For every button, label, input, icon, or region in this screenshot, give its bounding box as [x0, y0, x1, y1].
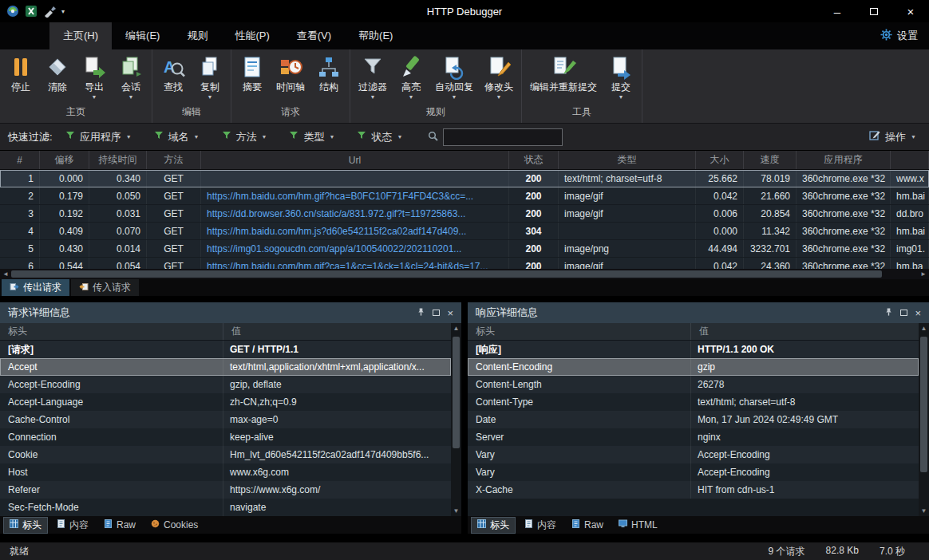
menu-tab-edit[interactable]: 编辑(E)	[112, 22, 173, 49]
request-vertical-scrollbar[interactable]: ▲ ▼	[451, 323, 461, 516]
tab-content[interactable]: 内容	[518, 517, 563, 534]
copy-button[interactable]: 复制 ▼	[192, 53, 228, 101]
header-row[interactable]: [请求]GET / HTTP/1.1	[0, 341, 451, 358]
header-row[interactable]: Accept-Languagezh-CN,zh;q=0.9	[0, 393, 451, 411]
filter-button[interactable]: 过滤器 ▼	[353, 53, 393, 101]
column-header-name[interactable]: 标头	[0, 323, 223, 340]
column-header-duration[interactable]: 持续时间	[89, 151, 147, 169]
menu-tab-rules[interactable]: 规则	[173, 22, 221, 49]
header-row[interactable]: DateMon, 17 Jun 2024 02:49:49 GMT	[468, 411, 919, 428]
submit-button[interactable]: 提交 ▼	[603, 53, 639, 101]
request-row-6[interactable]: 6 0.544 0.054 GET https://hm.baidu.com/h…	[0, 258, 929, 269]
request-row-1[interactable]: 1 0.000 0.340 GET 200 text/html; charset…	[0, 170, 929, 187]
scrollbar-thumb[interactable]	[11, 270, 882, 278]
header-row[interactable]: Content-Length26278	[468, 376, 919, 393]
tab-headers[interactable]: 标头	[3, 517, 48, 534]
header-row[interactable]: VaryAccept-Encoding	[468, 446, 919, 463]
column-header-value[interactable]: 值	[223, 323, 451, 340]
auto-reply-button[interactable]: 自动回复 ▼	[429, 53, 479, 101]
search-input[interactable]	[443, 128, 563, 146]
brush-tool-icon[interactable]	[43, 5, 56, 18]
structure-button[interactable]: 结构	[310, 53, 347, 93]
column-header-type[interactable]: 类型	[559, 151, 696, 169]
tab-outgoing-requests[interactable]: 传出请求	[2, 279, 69, 296]
scroll-up-icon[interactable]: ▲	[921, 323, 927, 333]
column-header-application[interactable]: 应用程序	[797, 151, 891, 169]
header-row[interactable]: Accept-Encodinggzip, deflate	[0, 376, 451, 393]
menu-tab-home[interactable]: 主页(H)	[49, 22, 112, 49]
column-header-speed[interactable]: 速度	[744, 151, 797, 169]
header-row[interactable]: VaryAccept-Encoding	[468, 463, 919, 481]
column-header-url[interactable]: Url	[201, 151, 509, 169]
scrollbar-thumb[interactable]	[453, 337, 460, 448]
header-row[interactable]: Cache-Controlmax-age=0	[0, 411, 451, 428]
request-row-4[interactable]: 4 0.409 0.070 GET https://hm.baidu.com/h…	[0, 223, 929, 240]
maximize-button[interactable]	[856, 0, 892, 22]
filter-status-dropdown[interactable]: 状态 ▼	[357, 130, 402, 144]
header-row[interactable]: Sec-Fetch-Modenavigate	[0, 499, 451, 516]
header-row[interactable]: Servernginx	[468, 428, 919, 446]
header-row[interactable]: Content-Typetext/html; charset=utf-8	[468, 393, 919, 411]
highlight-button[interactable]: 高亮 ▼	[393, 53, 429, 101]
scrollbar-thumb[interactable]	[920, 337, 927, 472]
request-row-2[interactable]: 2 0.179 0.050 GET https://hm.baidu.com/h…	[0, 187, 929, 205]
modify-header-button[interactable]: 修改头 ▼	[479, 53, 519, 101]
stop-button[interactable]: 停止	[2, 53, 39, 93]
sessions-button[interactable]: 会话 ▼	[113, 53, 149, 101]
excel-export-icon[interactable]	[25, 5, 38, 18]
tab-raw[interactable]: Raw	[97, 518, 142, 532]
scroll-right-icon[interactable]: ►	[918, 269, 929, 279]
scroll-down-icon[interactable]: ▼	[921, 506, 927, 516]
find-button[interactable]: A 查找	[155, 53, 192, 93]
app-logo-icon[interactable]	[6, 5, 19, 18]
header-row[interactable]: Refererhttps://www.x6g.com/	[0, 481, 451, 499]
header-row[interactable]: Content-Encodinggzip	[468, 358, 919, 376]
filter-application-dropdown[interactable]: 应用程序 ▼	[65, 130, 132, 144]
tab-incoming-requests[interactable]: 传入请求	[71, 279, 139, 296]
column-header-name[interactable]: 标头	[468, 323, 691, 340]
edit-resubmit-button[interactable]: 编辑并重新提交	[524, 53, 603, 93]
request-row-5[interactable]: 5 0.430 0.014 GET https://img01.sogoucdn…	[0, 240, 929, 258]
pin-icon[interactable]	[417, 307, 425, 319]
column-header-index[interactable]: #	[0, 151, 40, 169]
tab-cookies[interactable]: Cookies	[144, 518, 204, 532]
settings-button[interactable]: 设置	[880, 22, 929, 49]
qat-dropdown-icon[interactable]: ▾	[61, 8, 65, 15]
timeline-button[interactable]: 时间轴	[271, 53, 310, 93]
request-row-3[interactable]: 3 0.192 0.031 GET https://dd.browser.360…	[0, 205, 929, 223]
header-row[interactable]: CookieHm_lvt_d60e542115f2ca02adf147d409b…	[0, 446, 451, 463]
menu-tab-view[interactable]: 查看(V)	[283, 22, 345, 49]
filter-type-dropdown[interactable]: 类型 ▼	[289, 130, 334, 144]
column-header-value[interactable]: 值	[691, 323, 919, 340]
scroll-up-icon[interactable]: ▲	[453, 323, 460, 333]
column-header-extra[interactable]	[891, 151, 929, 169]
pin-icon[interactable]	[884, 307, 893, 319]
tab-headers[interactable]: 标头	[471, 517, 516, 534]
panel-maximize-icon[interactable]	[900, 310, 907, 316]
panel-close-icon[interactable]: ×	[447, 308, 453, 318]
panel-close-icon[interactable]: ×	[915, 308, 921, 318]
export-button[interactable]: 导出 ▼	[76, 53, 113, 101]
scroll-down-icon[interactable]: ▼	[453, 506, 460, 516]
column-header-status[interactable]: 状态	[509, 151, 559, 169]
header-row[interactable]: Accepttext/html,application/xhtml+xml,ap…	[0, 358, 451, 376]
actions-dropdown[interactable]: 操作 ▼	[869, 130, 921, 144]
filter-domain-dropdown[interactable]: 域名 ▼	[154, 130, 200, 144]
menu-tab-help[interactable]: 帮助(E)	[345, 22, 406, 49]
header-row[interactable]: Connectionkeep-alive	[0, 428, 451, 446]
column-header-offset[interactable]: 偏移	[40, 151, 89, 169]
column-header-method[interactable]: 方法	[147, 151, 201, 169]
tab-content[interactable]: 内容	[50, 517, 95, 534]
header-row[interactable]: X-CacheHIT from cdn-us-1	[468, 481, 919, 499]
header-row[interactable]: Hostwww.x6g.com	[0, 463, 451, 481]
tab-html[interactable]: HTML	[612, 518, 664, 532]
tab-raw[interactable]: Raw	[565, 518, 610, 532]
summary-button[interactable]: 摘要	[234, 53, 271, 93]
scroll-left-icon[interactable]: ◄	[0, 269, 11, 279]
response-vertical-scrollbar[interactable]: ▲ ▼	[919, 323, 929, 516]
close-button[interactable]: ×	[892, 0, 929, 22]
panel-maximize-icon[interactable]	[433, 310, 440, 316]
minimize-button[interactable]: –	[819, 0, 856, 22]
header-row[interactable]: [响应]HTTP/1.1 200 OK	[468, 341, 919, 358]
clear-button[interactable]: 清除	[39, 53, 76, 93]
